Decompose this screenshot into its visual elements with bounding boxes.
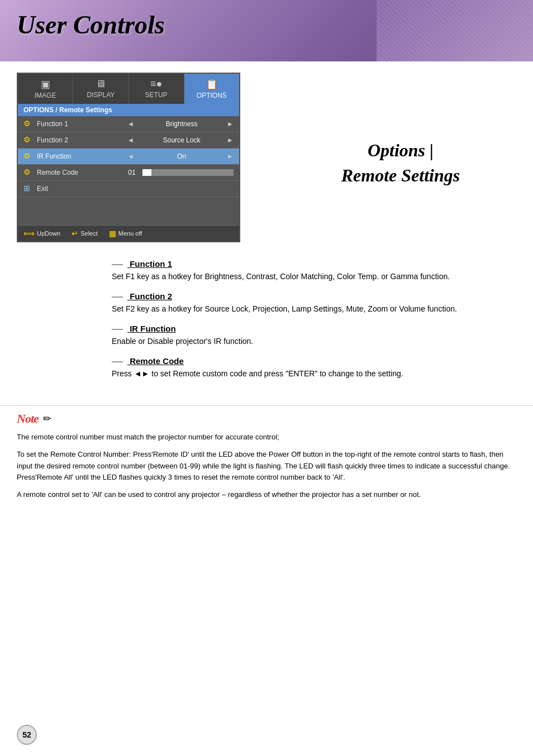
irfunction-arrow-left: ◄ [127,152,134,160]
remotecode-label: Remote Code [37,169,128,176]
desc-irfunction-divider [112,329,123,330]
function1-label: Function 1 [37,120,127,128]
exit-icon: ⊞ [23,184,34,194]
note-section: Note ✏ The remote control number must ma… [0,405,533,518]
tab-display[interactable]: 🖥 DISPLAY [73,74,129,104]
tab-options-label: OPTIONS [197,92,227,99]
desc-remotecode-divider [112,361,123,362]
note-logo: Note [17,412,39,426]
left-panel: ▣ IMAGE 🖥 DISPLAY ≡● SETUP 📋 OPTIONS OPT… [17,73,268,242]
footer-select[interactable]: ↵ Select [72,229,98,238]
desc-function2-divider [112,296,123,298]
menu-item-function1[interactable]: ⚙ Function 1 ◄ Brightness ► [18,116,239,132]
desc-function2-title: Function 2 [101,291,516,301]
note-pencil-icon: ✏ [43,413,51,425]
tab-image-label: IMAGE [35,92,56,99]
function2-arrow-right: ► [227,136,234,144]
desc-function1: Function 1 Set F1 key as a hotkey for Br… [101,259,516,283]
function2-arrow-left: ◄ [127,136,134,144]
descriptions-section: Function 1 Set F1 key as a hotkey for Br… [0,253,533,400]
options-title-line1: Options | [341,138,460,163]
note-paragraph-3: A remote control set to 'All' can be use… [17,489,516,501]
remote-code-progress-bar [142,169,234,176]
desc-irfunction-text: Enable or Disable projector's IR functio… [101,336,516,347]
image-tab-icon: ▣ [20,78,70,90]
tab-display-label: DISPLAY [87,91,115,99]
tab-image[interactable]: ▣ IMAGE [18,74,73,104]
function1-arrow-right: ► [227,120,234,128]
header-decoration [377,0,533,61]
desc-function2-text: Set F2 key as a hotkey for Source Lock, … [101,303,516,315]
desc-function2: Function 2 Set F2 key as a hotkey for So… [101,291,516,315]
exit-label: Exit [37,185,234,193]
footer-menuoff[interactable]: ▦ Menu off [109,229,142,238]
page-header: User Controls [0,0,533,61]
desc-remotecode: Remote Code Press ◄► to set Remote custo… [101,356,516,380]
page-number: 52 [17,725,37,745]
function2-label: Function 2 [37,136,127,144]
options-tab-icon: 📋 [187,78,237,90]
menu-tabs: ▣ IMAGE 🖥 DISPLAY ≡● SETUP 📋 OPTIONS [18,74,239,104]
right-panel: Options | Remote Settings [285,73,516,242]
menu-item-function2[interactable]: ⚙ Function 2 ◄ Source Lock ► [18,132,239,149]
footer-updown-label: UpDown [37,230,60,237]
function1-value: Brightness [136,120,227,128]
note-header: Note ✏ [17,412,516,426]
menu-mockup: ▣ IMAGE 🖥 DISPLAY ≡● SETUP 📋 OPTIONS OPT… [17,73,240,242]
footer-updown: ⟺ UpDown [23,229,60,238]
updown-icon: ⟺ [23,229,35,238]
remotecode-icon: ⚙ [23,168,34,178]
tab-setup[interactable]: ≡● SETUP [129,74,184,104]
menuoff-icon: ▦ [109,229,116,238]
function2-value: Source Lock [136,136,227,144]
menu-items-list: ⚙ Function 1 ◄ Brightness ► ⚙ Function 2… [18,116,239,225]
tab-setup-label: SETUP [145,91,168,99]
note-paragraph-1: The remote control number must match the… [17,432,516,443]
footer-select-label: Select [80,230,98,237]
irfunction-value: On [136,152,227,160]
page-title: User Controls [17,10,165,40]
menu-empty-space [18,197,239,225]
desc-function1-text: Set F1 key as a hotkey for Brightness, C… [101,271,516,283]
desc-irfunction: IR Function Enable or Disable projector'… [101,324,516,347]
note-paragraph-2: To set the Remote Control Number: Press'… [17,449,516,484]
function1-arrow-left: ◄ [127,120,134,128]
desc-function1-divider [112,264,123,265]
function1-icon: ⚙ [23,119,34,129]
menu-item-irfunction[interactable]: ⚙ IR Function ◄ On ► [18,149,239,165]
options-title-line2: Remote Settings [341,163,460,188]
menu-item-remotecode[interactable]: ⚙ Remote Code 01 [18,165,239,181]
menu-breadcrumb: OPTIONS / Remote Settings [18,104,239,116]
desc-remotecode-title: Remote Code [101,356,516,366]
display-tab-icon: 🖥 [75,78,126,90]
irfunction-arrow-right: ► [227,152,234,160]
tab-options[interactable]: 📋 OPTIONS [184,74,239,104]
setup-tab-icon: ≡● [131,78,182,90]
options-title: Options | Remote Settings [341,138,460,188]
irfunction-label: IR Function [37,152,127,160]
menu-footer: ⟺ UpDown ↵ Select ▦ Menu off [18,225,239,241]
irfunction-icon: ⚙ [23,151,34,161]
function2-icon: ⚙ [23,135,34,145]
remotecode-value: 01 [128,169,135,176]
desc-function1-title: Function 1 [101,259,516,269]
select-icon: ↵ [72,229,78,238]
menu-item-exit[interactable]: ⊞ Exit [18,181,239,197]
footer-menuoff-label: Menu off [118,230,142,237]
desc-remotecode-text: Press ◄► to set Remote custom code and p… [101,368,516,380]
main-content: ▣ IMAGE 🖥 DISPLAY ≡● SETUP 📋 OPTIONS OPT… [0,61,533,253]
desc-irfunction-title: IR Function [101,324,516,333]
